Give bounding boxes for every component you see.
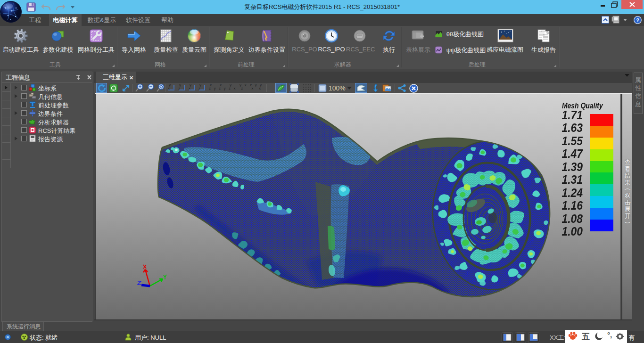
svg-text:?: ?: [636, 17, 639, 23]
